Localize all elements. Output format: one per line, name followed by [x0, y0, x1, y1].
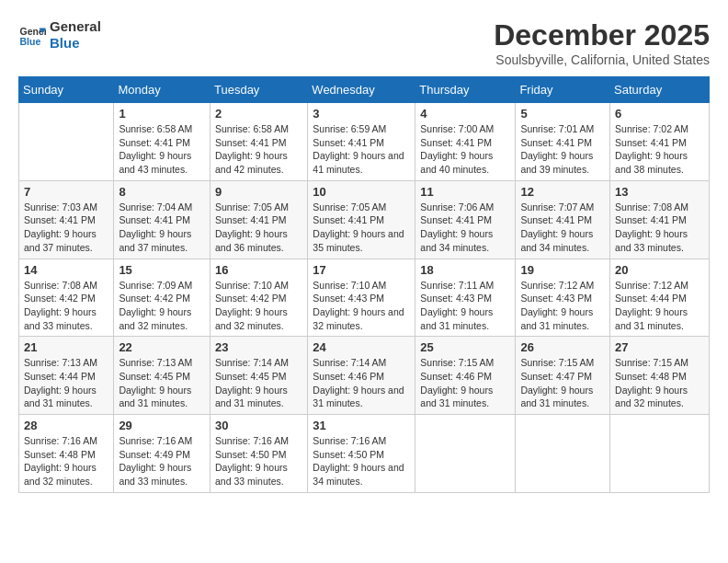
day-info: Sunrise: 6:58 AMSunset: 4:41 PMDaylight:… [119, 122, 205, 177]
day-info: Sunrise: 7:07 AMSunset: 4:41 PMDaylight:… [520, 201, 605, 255]
day-number: 3 [313, 107, 410, 121]
day-number: 21 [24, 340, 108, 354]
day-info: Sunrise: 6:58 AMSunset: 4:41 PMDaylight:… [215, 122, 302, 177]
weekday-header: Saturday [610, 77, 710, 103]
weekday-header: Wednesday [308, 77, 415, 103]
calendar-cell: 1Sunrise: 6:58 AMSunset: 4:41 PMDaylight… [114, 103, 210, 181]
weekday-header: Thursday [415, 77, 516, 103]
calendar-cell: 14Sunrise: 7:08 AMSunset: 4:42 PMDayligh… [19, 259, 114, 337]
day-number: 2 [215, 107, 302, 121]
day-number: 16 [215, 263, 302, 277]
calendar-cell: 26Sunrise: 7:15 AMSunset: 4:47 PMDayligh… [516, 337, 610, 415]
day-number: 29 [119, 419, 205, 432]
calendar-cell: 10Sunrise: 7:05 AMSunset: 4:41 PMDayligh… [308, 180, 415, 259]
day-info: Sunrise: 7:11 AMSunset: 4:43 PMDaylight:… [420, 279, 510, 333]
calendar-week-row: 14Sunrise: 7:08 AMSunset: 4:42 PMDayligh… [19, 259, 710, 337]
day-info: Sunrise: 7:12 AMSunset: 4:44 PMDaylight:… [615, 279, 704, 333]
day-info: Sunrise: 7:10 AMSunset: 4:42 PMDaylight:… [215, 279, 302, 333]
calendar-cell: 24Sunrise: 7:14 AMSunset: 4:46 PMDayligh… [308, 337, 415, 415]
day-info: Sunrise: 7:02 AMSunset: 4:41 PMDaylight:… [615, 122, 704, 177]
day-number: 10 [313, 185, 410, 199]
day-info: Sunrise: 7:03 AMSunset: 4:41 PMDaylight:… [24, 201, 108, 255]
weekday-header: Tuesday [210, 77, 307, 103]
location: Soulsbyville, California, United States [494, 52, 710, 67]
day-info: Sunrise: 7:04 AMSunset: 4:41 PMDaylight:… [119, 201, 205, 255]
day-info: Sunrise: 6:59 AMSunset: 4:41 PMDaylight:… [313, 122, 410, 177]
day-info: Sunrise: 7:16 AMSunset: 4:50 PMDaylight:… [215, 434, 302, 488]
calendar-cell: 12Sunrise: 7:07 AMSunset: 4:41 PMDayligh… [516, 180, 610, 259]
day-number: 7 [24, 185, 108, 199]
day-number: 24 [313, 340, 410, 354]
day-number: 27 [615, 340, 704, 354]
calendar-cell: 5Sunrise: 7:01 AMSunset: 4:41 PMDaylight… [516, 103, 610, 181]
day-info: Sunrise: 7:16 AMSunset: 4:50 PMDaylight:… [313, 434, 410, 488]
day-info: Sunrise: 7:06 AMSunset: 4:41 PMDaylight:… [420, 201, 510, 255]
calendar-cell [516, 415, 610, 493]
svg-text:Blue: Blue [20, 36, 41, 47]
calendar-cell: 29Sunrise: 7:16 AMSunset: 4:49 PMDayligh… [114, 415, 210, 493]
day-number: 5 [520, 107, 605, 121]
calendar-cell [610, 415, 710, 493]
calendar-week-row: 1Sunrise: 6:58 AMSunset: 4:41 PMDaylight… [19, 103, 710, 181]
day-number: 12 [520, 185, 605, 199]
calendar-cell: 18Sunrise: 7:11 AMSunset: 4:43 PMDayligh… [415, 259, 516, 337]
calendar-cell: 15Sunrise: 7:09 AMSunset: 4:42 PMDayligh… [114, 259, 210, 337]
title-block: December 2025 Soulsbyville, California, … [494, 18, 710, 67]
day-number: 31 [313, 419, 410, 432]
calendar-cell: 3Sunrise: 6:59 AMSunset: 4:41 PMDaylight… [308, 103, 415, 181]
day-number: 4 [420, 107, 510, 121]
day-info: Sunrise: 7:05 AMSunset: 4:41 PMDaylight:… [215, 201, 302, 255]
day-info: Sunrise: 7:13 AMSunset: 4:45 PMDaylight:… [119, 356, 205, 410]
calendar-cell: 4Sunrise: 7:00 AMSunset: 4:41 PMDaylight… [415, 103, 516, 181]
calendar-cell: 11Sunrise: 7:06 AMSunset: 4:41 PMDayligh… [415, 180, 516, 259]
page-header: General Blue General Blue December 2025 … [18, 18, 710, 67]
calendar-cell: 30Sunrise: 7:16 AMSunset: 4:50 PMDayligh… [210, 415, 307, 493]
day-info: Sunrise: 7:14 AMSunset: 4:46 PMDaylight:… [313, 356, 410, 410]
calendar-cell: 20Sunrise: 7:12 AMSunset: 4:44 PMDayligh… [610, 259, 710, 337]
calendar-cell [19, 103, 114, 181]
day-number: 1 [119, 107, 205, 121]
logo-line2: Blue [50, 35, 101, 52]
calendar-header-row: SundayMondayTuesdayWednesdayThursdayFrid… [19, 77, 710, 103]
day-info: Sunrise: 7:10 AMSunset: 4:43 PMDaylight:… [313, 279, 410, 333]
calendar-cell: 17Sunrise: 7:10 AMSunset: 4:43 PMDayligh… [308, 259, 415, 337]
calendar-cell: 22Sunrise: 7:13 AMSunset: 4:45 PMDayligh… [114, 337, 210, 415]
day-number: 26 [520, 340, 605, 354]
day-info: Sunrise: 7:16 AMSunset: 4:49 PMDaylight:… [119, 434, 205, 488]
day-number: 20 [615, 263, 704, 277]
day-number: 13 [615, 185, 704, 199]
day-info: Sunrise: 7:09 AMSunset: 4:42 PMDaylight:… [119, 279, 205, 333]
day-number: 25 [420, 340, 510, 354]
day-number: 15 [119, 263, 205, 277]
day-info: Sunrise: 7:15 AMSunset: 4:47 PMDaylight:… [520, 356, 605, 410]
calendar-cell: 27Sunrise: 7:15 AMSunset: 4:48 PMDayligh… [610, 337, 710, 415]
day-number: 22 [119, 340, 205, 354]
calendar-cell: 7Sunrise: 7:03 AMSunset: 4:41 PMDaylight… [19, 180, 114, 259]
calendar-cell: 16Sunrise: 7:10 AMSunset: 4:42 PMDayligh… [210, 259, 307, 337]
weekday-header: Sunday [19, 77, 114, 103]
calendar-cell: 8Sunrise: 7:04 AMSunset: 4:41 PMDaylight… [114, 180, 210, 259]
day-info: Sunrise: 7:13 AMSunset: 4:44 PMDaylight:… [24, 356, 108, 410]
day-number: 6 [615, 107, 704, 121]
calendar-week-row: 28Sunrise: 7:16 AMSunset: 4:48 PMDayligh… [19, 415, 710, 493]
day-number: 23 [215, 340, 302, 354]
day-info: Sunrise: 7:08 AMSunset: 4:41 PMDaylight:… [615, 201, 704, 255]
day-number: 17 [313, 263, 410, 277]
day-number: 14 [24, 263, 108, 277]
calendar-cell: 2Sunrise: 6:58 AMSunset: 4:41 PMDaylight… [210, 103, 307, 181]
calendar-cell: 31Sunrise: 7:16 AMSunset: 4:50 PMDayligh… [308, 415, 415, 493]
logo-icon: General Blue [18, 21, 46, 49]
calendar-cell: 23Sunrise: 7:14 AMSunset: 4:45 PMDayligh… [210, 337, 307, 415]
calendar-body: 1Sunrise: 6:58 AMSunset: 4:41 PMDaylight… [19, 103, 710, 493]
calendar-cell: 21Sunrise: 7:13 AMSunset: 4:44 PMDayligh… [19, 337, 114, 415]
day-info: Sunrise: 7:16 AMSunset: 4:48 PMDaylight:… [24, 434, 108, 488]
day-info: Sunrise: 7:08 AMSunset: 4:42 PMDaylight:… [24, 279, 108, 333]
day-number: 9 [215, 185, 302, 199]
logo-line1: General [50, 18, 101, 35]
day-info: Sunrise: 7:14 AMSunset: 4:45 PMDaylight:… [215, 356, 302, 410]
weekday-header: Monday [114, 77, 210, 103]
calendar-week-row: 21Sunrise: 7:13 AMSunset: 4:44 PMDayligh… [19, 337, 710, 415]
day-info: Sunrise: 7:00 AMSunset: 4:41 PMDaylight:… [420, 122, 510, 177]
day-info: Sunrise: 7:01 AMSunset: 4:41 PMDaylight:… [520, 122, 605, 177]
logo: General Blue General Blue [18, 18, 101, 52]
